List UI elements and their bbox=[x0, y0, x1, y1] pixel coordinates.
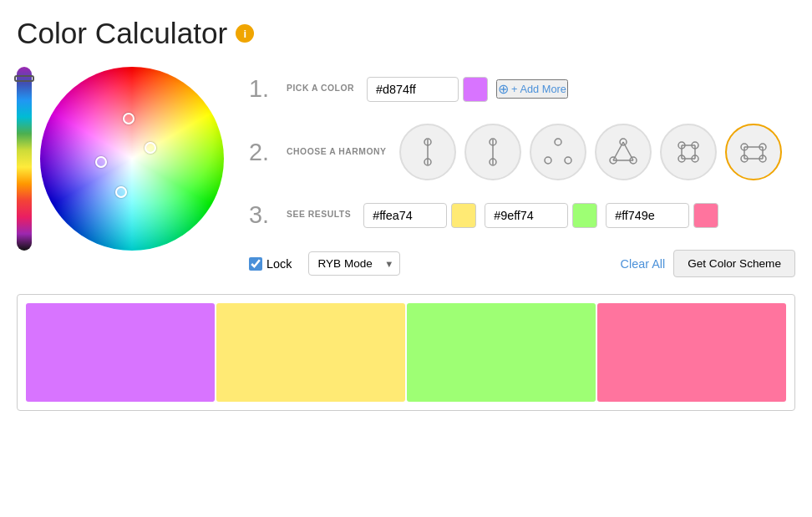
step1-number: 1. bbox=[249, 75, 274, 103]
add-more-button[interactable]: ⊕ + Add More bbox=[496, 79, 568, 99]
harmony-complementary[interactable] bbox=[399, 124, 456, 180]
palette-swatch-3 bbox=[407, 303, 596, 402]
palette-swatch-4 bbox=[597, 303, 786, 402]
step3-content bbox=[363, 203, 718, 228]
square-icon bbox=[672, 135, 705, 169]
step2-label: CHOOSE A HARMONY bbox=[287, 146, 387, 159]
mode-select-wrapper: RYB Mode RGB Mode HSL Mode bbox=[308, 251, 400, 276]
lock-group: Lock bbox=[249, 257, 292, 271]
hue-slider[interactable] bbox=[17, 67, 32, 251]
color-wheel-overlay bbox=[40, 67, 224, 251]
step2-number: 2. bbox=[249, 139, 274, 166]
palette-swatch-1 bbox=[26, 303, 215, 402]
step1-label: PICK A COLOR bbox=[287, 83, 354, 95]
result-swatch-1 bbox=[451, 203, 476, 228]
step2-row: 2. CHOOSE A HARMONY bbox=[249, 124, 795, 180]
rectangle-icon bbox=[737, 135, 770, 169]
harmony-square[interactable] bbox=[660, 124, 717, 180]
result-swatch-3 bbox=[693, 203, 718, 228]
svg-point-8 bbox=[565, 157, 571, 164]
palette-swatch-2 bbox=[216, 303, 405, 402]
harmony-split-complementary[interactable] bbox=[464, 124, 521, 180]
get-scheme-button[interactable]: Get Color Scheme bbox=[673, 250, 795, 277]
page-title: Color Calculator i bbox=[17, 17, 795, 50]
svg-point-6 bbox=[555, 139, 561, 145]
triadic-icon bbox=[541, 135, 575, 169]
result-group-3 bbox=[606, 203, 718, 228]
mode-select[interactable]: RYB Mode RGB Mode HSL Mode bbox=[308, 251, 400, 276]
result-group-1 bbox=[363, 203, 476, 228]
lock-label: Lock bbox=[266, 257, 292, 271]
hue-slider-thumb bbox=[14, 75, 34, 82]
complementary-icon bbox=[411, 135, 444, 169]
svg-line-12 bbox=[613, 142, 623, 160]
lock-checkbox[interactable] bbox=[249, 257, 262, 271]
palette-container bbox=[17, 294, 795, 411]
wheel-area bbox=[17, 67, 224, 251]
harmony-rectangle[interactable] bbox=[725, 124, 782, 180]
harmony-analogous[interactable] bbox=[595, 124, 652, 180]
result-swatch-2 bbox=[572, 203, 597, 228]
color-dot-1[interactable] bbox=[123, 113, 134, 124]
result-hex-2[interactable] bbox=[485, 203, 568, 228]
main-container: 1. PICK A COLOR ⊕ + Add More 2. CHOOSE A… bbox=[17, 67, 795, 277]
svg-line-13 bbox=[623, 142, 633, 160]
right-panel: 1. PICK A COLOR ⊕ + Add More 2. CHOOSE A… bbox=[249, 67, 795, 277]
color-hex-input[interactable] bbox=[367, 77, 459, 102]
split-complementary-icon bbox=[476, 135, 510, 169]
analogous-icon bbox=[606, 135, 640, 169]
color-wheel-wrapper bbox=[40, 67, 224, 251]
bottom-controls: Lock RYB Mode RGB Mode HSL Mode Clear Al… bbox=[249, 250, 795, 277]
step2-content bbox=[399, 124, 782, 180]
step1-content: ⊕ + Add More bbox=[367, 77, 568, 102]
plus-icon: ⊕ bbox=[498, 81, 509, 97]
result-hex-1[interactable] bbox=[363, 203, 447, 228]
step1-row: 1. PICK A COLOR ⊕ + Add More bbox=[249, 75, 795, 103]
color-dot-4[interactable] bbox=[115, 186, 127, 198]
color-wheel[interactable] bbox=[40, 67, 224, 251]
step3-row: 3. SEE RESULTS bbox=[249, 201, 795, 229]
step3-number: 3. bbox=[249, 201, 274, 229]
right-bottom-controls: Clear All Get Color Scheme bbox=[621, 250, 795, 277]
info-icon[interactable]: i bbox=[236, 24, 254, 43]
color-dot-3[interactable] bbox=[95, 156, 107, 168]
color-swatch-1[interactable] bbox=[463, 77, 488, 102]
harmony-triadic[interactable] bbox=[530, 124, 586, 180]
svg-point-7 bbox=[545, 157, 551, 164]
color-dot-2[interactable] bbox=[145, 142, 156, 154]
clear-all-button[interactable]: Clear All bbox=[621, 257, 666, 271]
result-hex-3[interactable] bbox=[606, 203, 689, 228]
color-input-group bbox=[367, 77, 488, 102]
step3-label: SEE RESULTS bbox=[287, 209, 351, 221]
result-group-2 bbox=[485, 203, 597, 228]
